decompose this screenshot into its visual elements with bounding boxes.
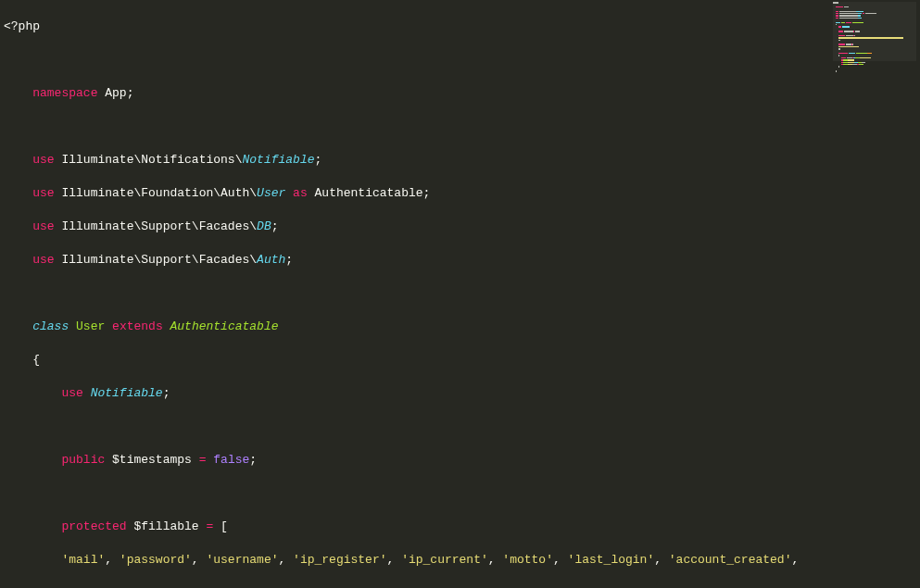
variable: $timestamps [112,453,192,467]
code-line[interactable] [4,485,920,502]
keyword: use [32,219,54,233]
code-line[interactable]: <?php [4,19,920,35]
keyword: class [32,319,69,333]
code-line[interactable]: 'mail', 'password', 'username', 'ip_regi… [4,552,920,569]
code-line[interactable]: use Illuminate\Foundation\Auth\User as A… [4,185,920,202]
keyword: public [61,453,105,467]
namespace-name: App [105,86,126,100]
keyword: use [32,186,54,200]
code-line[interactable]: namespace App; [4,85,920,102]
php-open-tag: <?php [4,19,40,33]
code-line[interactable] [4,119,920,135]
class-name: Notifiable [242,153,314,167]
keyword: protected [61,519,126,533]
code-line[interactable]: public $timestamps = false; [4,452,920,469]
code-line[interactable]: use Illuminate\Support\Facades\Auth; [4,252,920,269]
class-name: User [257,186,285,200]
class-decl-name: User [76,319,105,333]
keyword: namespace [32,86,97,100]
class-name: DB [257,219,271,233]
keyword: use [32,253,54,267]
code-line[interactable] [4,419,920,435]
code-line[interactable]: use Illuminate\Notifications\Notifiable; [4,152,920,169]
keyword: use [32,153,54,167]
keyword: as [293,186,308,200]
trait-name: Notifiable [91,386,163,400]
variable: $fillable [133,519,198,533]
code-line[interactable]: use Illuminate\Support\Facades\DB; [4,219,920,235]
keyword: use [61,386,82,400]
code-line[interactable]: { [4,352,920,369]
brace: { [32,353,40,367]
code-line[interactable] [4,285,920,302]
class-name: Auth [257,253,285,267]
code-line[interactable]: class User extends Authenticatable [4,319,920,335]
keyword: extends [112,319,163,333]
parent-class: Authenticatable [170,319,279,333]
code-editor[interactable]: <?php namespace App; use Illuminate\Noti… [0,0,920,588]
boolean: false [213,453,249,467]
code-line[interactable]: protected $fillable = [ [4,519,920,535]
code-line[interactable]: use Notifiable; [4,385,920,402]
code-line[interactable] [4,52,920,69]
